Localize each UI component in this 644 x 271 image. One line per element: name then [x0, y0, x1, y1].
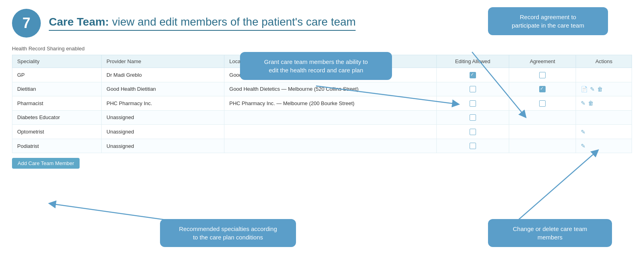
cell-agreement[interactable] — [509, 82, 576, 96]
svg-line-2 — [52, 204, 180, 222]
checkbox-unchecked-editing[interactable] — [470, 86, 476, 92]
table-row: PodiatristUnassigned✎ — [12, 139, 632, 153]
cell-actions: ✎🗑 — [576, 96, 632, 111]
callout-top-right: Record agreement to participate in the c… — [488, 7, 608, 35]
cell-location: PHC Pharmacy Inc. — Melbourne (200 Bourk… — [224, 96, 436, 111]
edit-icon[interactable]: ✎ — [581, 100, 586, 106]
cell-provider: Good Health Dietitian — [102, 82, 224, 96]
checkbox-unchecked-agreement[interactable] — [539, 72, 546, 78]
table-row: DietitianGood Health DietitianGood Healt… — [12, 82, 632, 96]
delete-icon[interactable]: 🗑 — [588, 100, 594, 106]
col-header-provider: Provider Name — [102, 55, 224, 68]
header-title-block: Care Team: view and edit members of the … — [49, 16, 356, 31]
cell-provider: Dr Madi Greblo — [102, 68, 224, 82]
cell-actions: ✎ — [576, 139, 632, 153]
cell-actions: ✎ — [576, 125, 632, 139]
cell-provider: PHC Pharmacy Inc. — [102, 96, 224, 111]
col-header-editing: Editing Allowed — [436, 55, 509, 68]
callout-bottom-right: Change or delete care team members — [488, 219, 612, 247]
health-record-label: Health Record Sharing enabled — [12, 46, 632, 52]
cell-location — [224, 139, 436, 153]
cell-specialty: Dietitian — [12, 82, 102, 96]
cell-editing-allowed[interactable] — [436, 139, 509, 153]
callout-bottom-center: Recommended specialties according to the… — [160, 219, 296, 247]
cell-agreement[interactable] — [509, 96, 576, 111]
cell-editing-allowed[interactable] — [436, 82, 509, 96]
cell-editing-allowed[interactable] — [436, 68, 509, 82]
cell-location — [224, 125, 436, 139]
cell-specialty: Podiatrist — [12, 139, 102, 153]
cell-specialty: Pharmacist — [12, 96, 102, 111]
step-number: 7 — [12, 9, 41, 38]
edit-icon[interactable]: ✎ — [581, 143, 586, 149]
doc-icon[interactable]: 📄 — [581, 86, 588, 92]
edit-icon[interactable]: ✎ — [581, 129, 586, 135]
edit-icon[interactable]: ✎ — [590, 86, 595, 92]
table-row: PharmacistPHC Pharmacy Inc.PHC Pharmacy … — [12, 96, 632, 111]
col-header-specialty: Speciality — [12, 55, 102, 68]
checkbox-checked-editing[interactable] — [470, 72, 476, 78]
checkbox-unchecked-editing[interactable] — [470, 114, 476, 121]
checkbox-unchecked-editing[interactable] — [470, 100, 476, 107]
checkbox-unchecked-editing[interactable] — [470, 143, 476, 149]
cell-provider: Unassigned — [102, 139, 224, 153]
checkbox-unchecked-agreement[interactable] — [539, 100, 546, 107]
cell-location — [224, 110, 436, 125]
cell-specialty: Diabetes Educator — [12, 110, 102, 125]
cell-location: Good Health Dietetics — Melbourne (520 C… — [224, 82, 436, 96]
cell-specialty: Optometrist — [12, 125, 102, 139]
checkbox-checked-agreement[interactable] — [539, 86, 546, 92]
cell-agreement[interactable] — [509, 68, 576, 82]
page-title: Care Team: view and edit members of the … — [49, 16, 356, 31]
cell-agreement[interactable] — [509, 125, 576, 139]
cell-provider: Unassigned — [102, 110, 224, 125]
cell-provider: Unassigned — [102, 125, 224, 139]
cell-editing-allowed[interactable] — [436, 125, 509, 139]
cell-editing-allowed[interactable] — [436, 96, 509, 111]
cell-actions: 📄✎🗑 — [576, 82, 632, 96]
checkbox-unchecked-editing[interactable] — [470, 129, 476, 135]
table-row: OptometristUnassigned✎ — [12, 125, 632, 139]
callout-mid-center: Grant care team members the ability to e… — [240, 52, 392, 80]
cell-actions — [576, 68, 632, 82]
add-care-team-member-button[interactable]: Add Care Team Member — [12, 158, 80, 169]
cell-agreement[interactable] — [509, 139, 576, 153]
table-row: Diabetes EducatorUnassigned — [12, 110, 632, 125]
delete-icon[interactable]: 🗑 — [597, 86, 603, 92]
col-header-actions: Actions — [576, 55, 632, 68]
col-header-agreement: Agreement — [509, 55, 576, 68]
cell-editing-allowed[interactable] — [436, 110, 509, 125]
cell-agreement[interactable] — [509, 110, 576, 125]
cell-actions — [576, 110, 632, 125]
cell-specialty: GP — [12, 68, 102, 82]
